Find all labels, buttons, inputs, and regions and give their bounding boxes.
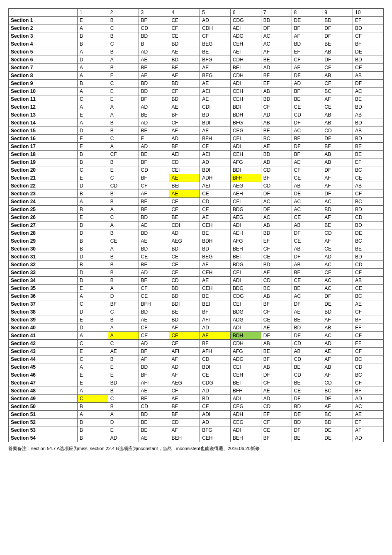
section-label: Section 46 xyxy=(9,371,78,379)
table-cell: BF xyxy=(261,72,292,80)
table-cell: EF xyxy=(353,17,384,24)
table-cell: BF xyxy=(139,17,169,24)
table-cell: CE xyxy=(169,206,200,214)
table-cell: AC xyxy=(322,198,353,206)
table-cell: BC xyxy=(322,387,353,395)
header-col-3: 3 xyxy=(139,9,169,17)
table-cell: BF xyxy=(261,174,292,182)
table-cell: CEH xyxy=(200,222,231,229)
table-cell: AC xyxy=(261,32,292,40)
table-cell: AFI xyxy=(169,348,200,355)
table-cell: BD xyxy=(322,17,353,24)
table-cell: BEI xyxy=(230,64,261,72)
table-cell: BDI xyxy=(200,363,231,371)
table-cell: CD xyxy=(261,182,292,190)
table-cell: AD xyxy=(261,395,292,403)
table-row: Section 42CCADCEBFCDHABCDADEF xyxy=(9,340,384,348)
table-cell: AD xyxy=(261,64,292,72)
table-cell: BF xyxy=(292,88,322,95)
table-cell: B xyxy=(108,229,139,237)
table-cell: AD xyxy=(139,340,169,348)
table-cell: B xyxy=(108,119,139,127)
table-cell: CE xyxy=(169,332,200,340)
table-cell: CF xyxy=(139,182,169,190)
table-cell: DE xyxy=(353,48,384,56)
table-cell: B xyxy=(78,434,108,442)
table-cell: A xyxy=(108,324,139,332)
table-cell: BDG xyxy=(230,206,261,214)
table-cell: AC xyxy=(322,332,353,340)
header-col-7: 7 xyxy=(261,9,292,17)
table-cell: A xyxy=(78,24,108,32)
table-cell: BF xyxy=(292,151,322,158)
table-cell: AF xyxy=(200,332,231,340)
table-row: Section 25BABFCECEBDGDFACBDBD xyxy=(9,206,384,214)
table-cell: AF xyxy=(169,355,200,363)
table-cell: C xyxy=(78,95,108,103)
table-cell: ADI xyxy=(230,426,261,434)
table-row: Section 43EAEBFAFIAFHAFGBEABAECF xyxy=(9,348,384,355)
table-row: Section 31DBCECEBEGBEICEDFADBD xyxy=(9,253,384,261)
section-label: Section 27 xyxy=(9,222,78,229)
section-label: Section 24 xyxy=(9,198,78,206)
table-cell: BD xyxy=(322,419,353,426)
table-body: Section 1EBBFCEADCDGBDDEBDEFSection 2ACC… xyxy=(9,17,384,442)
table-cell: ADH xyxy=(230,411,261,419)
table-cell: BD xyxy=(200,111,231,119)
table-cell: CE xyxy=(292,103,322,111)
table-cell: EF xyxy=(261,80,292,88)
table-cell: CE xyxy=(353,174,384,182)
table-cell: AEG xyxy=(169,237,200,245)
section-label: Section 4 xyxy=(9,40,78,48)
table-cell: EF xyxy=(261,411,292,419)
section-label: Section 53 xyxy=(9,426,78,434)
table-cell: EF xyxy=(353,419,384,426)
table-cell: C xyxy=(78,300,108,308)
table-cell: BF xyxy=(139,371,169,379)
table-cell: DE xyxy=(353,229,384,237)
table-row: Section 34DBBFCDAEADICDCEACAB xyxy=(9,277,384,285)
table-cell: BEG xyxy=(200,253,231,261)
table-cell: BD xyxy=(322,308,353,316)
table-cell: B xyxy=(108,277,139,285)
table-cell: C xyxy=(108,80,139,88)
table-cell: BD xyxy=(139,214,169,222)
table-cell: AF xyxy=(322,371,353,379)
table-cell: AE xyxy=(200,214,231,222)
table-cell: BF xyxy=(322,143,353,151)
table-cell: BE xyxy=(292,285,322,292)
table-cell: AB xyxy=(261,88,292,95)
table-cell: E xyxy=(78,316,108,324)
table-cell: DE xyxy=(292,190,322,198)
table-cell: BD xyxy=(353,135,384,143)
table-cell: B xyxy=(78,426,108,434)
table-cell: D xyxy=(78,56,108,64)
table-cell: AD xyxy=(200,419,231,426)
table-cell: AD xyxy=(261,158,292,166)
table-cell: BD xyxy=(108,379,139,387)
table-cell: BEI xyxy=(200,300,231,308)
table-cell: AEI xyxy=(230,48,261,56)
table-cell: AD xyxy=(292,80,322,88)
table-cell: CD xyxy=(169,419,200,426)
table-cell: BE xyxy=(261,348,292,355)
table-cell: BFH xyxy=(200,135,231,143)
table-cell: AEG xyxy=(169,379,200,387)
table-cell: BF xyxy=(108,300,139,308)
table-cell: AEI xyxy=(230,24,261,32)
table-cell: CD xyxy=(292,371,322,379)
table-cell: CEI xyxy=(230,300,261,308)
table-cell: CDH xyxy=(230,72,261,80)
table-cell: BC xyxy=(353,166,384,174)
table-cell: DF xyxy=(292,119,322,127)
table-cell: DE xyxy=(322,395,353,403)
section-label: Section 21 xyxy=(9,174,78,182)
table-cell: DF xyxy=(292,143,322,151)
table-cell: BC xyxy=(353,355,384,363)
table-cell: CE xyxy=(139,292,169,300)
table-cell: AE xyxy=(292,308,322,316)
table-row: Section 33DBADCFCEHCEIAEBECFCF xyxy=(9,269,384,277)
table-cell: CF xyxy=(322,64,353,72)
table-cell: BF xyxy=(261,434,292,442)
table-cell: AE xyxy=(169,174,200,182)
